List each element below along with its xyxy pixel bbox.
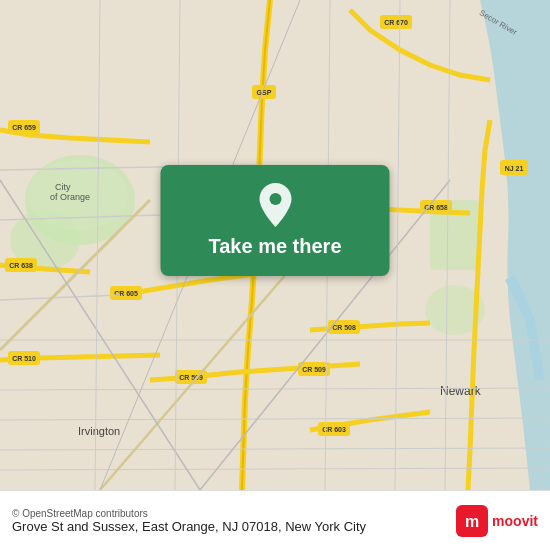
location-pin-icon [257, 183, 293, 227]
address-text: Grove St and Sussex, East Orange, NJ 070… [12, 519, 366, 534]
svg-text:CR 659: CR 659 [12, 124, 36, 131]
osm-credit: © OpenStreetMap contributors [12, 508, 366, 519]
map-container: City of Orange GSP GSP NJ 21 CR 659 CR 6… [0, 0, 550, 490]
svg-text:of Orange: of Orange [50, 192, 90, 202]
svg-text:CR 670: CR 670 [384, 19, 408, 26]
bottom-info: © OpenStreetMap contributors Grove St an… [12, 508, 366, 534]
svg-text:m: m [465, 513, 479, 530]
moovit-logo-icon: m [456, 505, 488, 537]
svg-text:CR 510: CR 510 [12, 355, 36, 362]
svg-point-55 [269, 193, 281, 205]
svg-text:NJ 21: NJ 21 [505, 165, 524, 172]
action-button-container: Take me there [160, 165, 389, 276]
take-me-there-button[interactable]: Take me there [160, 165, 389, 276]
button-label: Take me there [208, 235, 341, 258]
moovit-label: moovit [492, 513, 538, 529]
svg-text:GSP: GSP [257, 89, 272, 96]
bottom-bar: © OpenStreetMap contributors Grove St an… [0, 490, 550, 550]
svg-text:City: City [55, 182, 71, 192]
moovit-logo: m moovit [456, 505, 538, 537]
svg-text:CR 638: CR 638 [9, 262, 33, 269]
svg-text:CR 509: CR 509 [302, 366, 326, 373]
svg-text:CR 508: CR 508 [332, 324, 356, 331]
svg-text:Irvington: Irvington [78, 425, 120, 437]
svg-text:CR 605: CR 605 [114, 290, 138, 297]
